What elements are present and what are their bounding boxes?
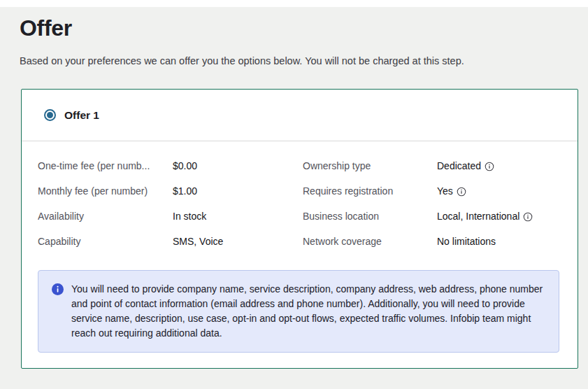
detail-row: Availability In stock Business location …	[38, 204, 559, 229]
detail-value-monthly-fee: $1.00	[173, 185, 303, 197]
detail-value-ownership-type: Dedicated	[437, 160, 559, 171]
detail-value-one-time-fee: $0.00	[173, 160, 303, 171]
note-text: You will need to provide company name, s…	[71, 282, 545, 341]
offer-card: Offer 1 One-time fee (per numb... $0.00 …	[21, 89, 578, 369]
detail-label-business-location: Business location	[303, 211, 437, 222]
detail-value-text: Yes	[437, 185, 453, 197]
detail-label-monthly-fee: Monthly fee (per number)	[38, 185, 173, 197]
detail-value-text: Local, International	[437, 211, 519, 222]
page-title: Offer	[20, 15, 578, 41]
detail-row: Capability SMS, Voice Network coverage N…	[38, 229, 559, 254]
info-outline-icon[interactable]	[485, 162, 494, 171]
detail-value-availability: In stock	[173, 211, 303, 222]
detail-label-capability: Capability	[38, 236, 173, 247]
requirements-note: You will need to provide company name, s…	[38, 270, 559, 353]
detail-value-business-location: Local, International	[437, 211, 559, 222]
detail-row: One-time fee (per numb... $0.00 Ownershi…	[38, 153, 559, 178]
info-outline-icon[interactable]	[457, 187, 466, 197]
info-outline-icon[interactable]	[523, 212, 533, 222]
detail-value-network-coverage: No limitations	[437, 236, 559, 247]
offer-page: Offer Based on your preferences we can o…	[0, 7, 588, 369]
detail-value-text: Dedicated	[437, 160, 481, 171]
detail-label-network-coverage: Network coverage	[303, 236, 437, 247]
radio-selected-icon[interactable]	[44, 109, 56, 121]
offer-title: Offer 1	[64, 109, 99, 122]
detail-label-one-time-fee: One-time fee (per numb...	[38, 160, 173, 171]
page-subtitle: Based on your preferences we can offer y…	[20, 55, 578, 66]
offer-details: One-time fee (per numb... $0.00 Ownershi…	[22, 141, 578, 254]
info-filled-icon	[52, 283, 64, 341]
detail-value-capability: SMS, Voice	[173, 236, 303, 247]
detail-label-availability: Availability	[38, 211, 173, 222]
detail-row: Monthly fee (per number) $1.00 Requires …	[38, 178, 559, 204]
offer-option[interactable]: Offer 1	[22, 90, 578, 141]
detail-value-requires-registration: Yes	[437, 185, 559, 197]
detail-label-requires-registration: Requires registration	[303, 185, 437, 197]
detail-label-ownership-type: Ownership type	[303, 160, 437, 171]
top-white-strip	[0, 0, 588, 7]
